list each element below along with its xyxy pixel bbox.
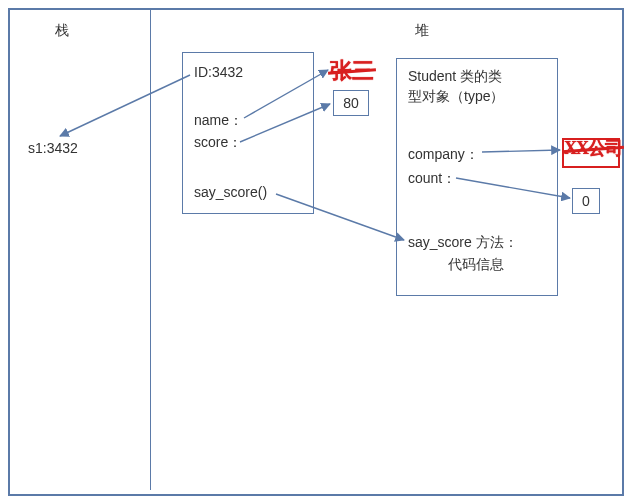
type-company-label: company： — [408, 146, 479, 164]
type-method-line1: say_score 方法： — [408, 234, 518, 252]
company-value-text: XX公司 — [564, 136, 622, 160]
type-title-line2: 型对象（type） — [408, 88, 504, 106]
heap-heading: 堆 — [415, 22, 429, 40]
stack-heap-divider — [150, 10, 151, 490]
score-value-box: 80 — [333, 90, 369, 116]
instance-method-label: say_score() — [194, 184, 267, 200]
instance-id: ID:3432 — [194, 64, 243, 80]
company-value-annotation: XX公司 — [564, 136, 622, 160]
stack-variable-s1: s1:3432 — [28, 140, 78, 156]
count-value-box: 0 — [572, 188, 600, 214]
instance-name-label: name： — [194, 112, 243, 130]
type-method-line2: 代码信息 — [448, 256, 504, 274]
stack-heading: 栈 — [55, 22, 69, 40]
type-count-label: count： — [408, 170, 456, 188]
instance-score-label: score： — [194, 134, 242, 152]
type-title-line1: Student 类的类 — [408, 68, 502, 86]
name-value-annotation: 张三 — [330, 56, 374, 86]
name-value-text: 张三 — [330, 56, 374, 86]
memory-diagram: 栈 堆 s1:3432 ID:3432 name： score： say_sco… — [0, 0, 628, 500]
